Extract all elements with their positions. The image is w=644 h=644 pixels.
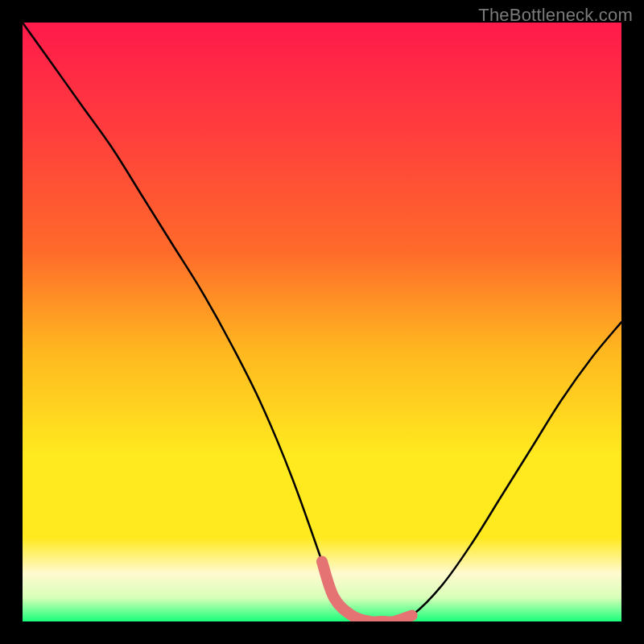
bottleneck-plot (23, 23, 621, 621)
watermark-text: TheBottleneck.com (478, 5, 633, 26)
chart-frame: TheBottleneck.com (0, 0, 644, 644)
chart-svg (23, 23, 621, 621)
chart-background (23, 23, 621, 621)
